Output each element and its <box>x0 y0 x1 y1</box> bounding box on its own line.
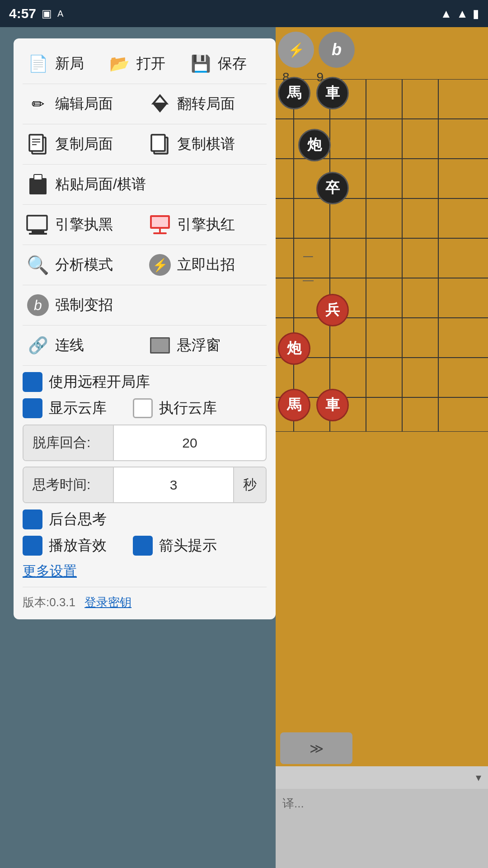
divider-6 <box>23 285 267 285</box>
save-icon: 💾 <box>189 52 212 75</box>
cloud-row: 显示云库 执行云库 <box>23 398 267 418</box>
paste-icon <box>26 173 50 196</box>
paste-label: 粘贴局面/棋谱 <box>55 175 146 194</box>
remote-library-label: 使用远程开局库 <box>49 372 150 392</box>
execute-cloud-checkbox[interactable] <box>133 398 153 418</box>
float-window-item[interactable]: 悬浮窗 <box>145 329 267 362</box>
svg-text:—: — <box>303 274 314 286</box>
piece-black-che[interactable]: 車 <box>316 77 349 109</box>
open-item[interactable]: 📂 打开 <box>104 47 185 80</box>
engine-red-item[interactable]: 引擎执红 <box>145 208 267 241</box>
top-right-buttons: ⚡ b <box>278 32 355 68</box>
battery-icon: ▮ <box>473 7 479 21</box>
svg-marker-18 <box>153 104 167 113</box>
copy-record-item[interactable]: 复制棋谱 <box>145 128 267 160</box>
edit-icon: ✏ <box>26 92 50 116</box>
open-label: 打开 <box>136 54 165 74</box>
divider-3 <box>23 164 267 165</box>
divider-8 <box>23 365 267 366</box>
text-icon: A <box>57 9 63 19</box>
menu-row-7: b 强制变招 <box>23 289 267 321</box>
piece-red-bing[interactable]: 兵 <box>316 294 349 326</box>
save-label: 保存 <box>218 54 247 74</box>
piece-red-che[interactable]: 車 <box>316 389 349 421</box>
save-item[interactable]: 💾 保存 <box>185 47 267 80</box>
divider-9 <box>23 587 267 587</box>
play-sound-checkbox[interactable] <box>23 536 42 556</box>
menu-row-8: 🔗 连线 悬浮窗 <box>23 329 267 362</box>
sound-arrow-row: 播放音效 箭头提示 <box>23 536 267 556</box>
svg-rect-26 <box>29 178 47 194</box>
edit-board-label: 编辑局面 <box>55 94 113 114</box>
instant-move-item[interactable]: ⚡ 立即出招 <box>145 249 267 281</box>
bg-think-checkbox[interactable] <box>23 509 42 529</box>
edit-board-item[interactable]: ✏ 编辑局面 <box>23 88 145 120</box>
out-of-library-label: 脱库回合: <box>23 425 114 460</box>
fast-forward-btn[interactable]: ≫ <box>280 732 352 764</box>
arrow-hint-label: 箭头提示 <box>159 536 217 556</box>
flip-board-label: 翻转局面 <box>177 94 235 114</box>
float-window-icon <box>148 334 172 357</box>
connect-icon: 🔗 <box>26 334 50 357</box>
forced-variation-item[interactable]: b 强制变招 <box>23 289 267 321</box>
play-sound-label: 播放音效 <box>49 536 107 556</box>
divider-7 <box>23 325 267 326</box>
think-time-row: 思考时间: 3 秒 <box>23 467 267 503</box>
menu-row-4: 粘贴局面/棋谱 <box>23 168 267 201</box>
show-cloud-checkbox[interactable] <box>23 398 42 418</box>
more-settings-link[interactable]: 更多设置 <box>23 562 267 580</box>
engine-black-icon <box>26 213 50 236</box>
paste-item[interactable]: 粘贴局面/棋谱 <box>23 168 267 201</box>
sim-icon: ▣ <box>42 7 52 20</box>
think-time-value[interactable]: 3 <box>114 469 233 501</box>
show-cloud-label: 显示云库 <box>49 398 107 418</box>
engine-black-item[interactable]: 引擎执黑 <box>23 208 145 241</box>
copy-board-label: 复制局面 <box>55 134 113 154</box>
new-game-icon: 📄 <box>26 52 50 75</box>
svg-rect-27 <box>34 175 42 180</box>
piece-red-pao[interactable]: 炮 <box>278 332 310 365</box>
svg-rect-30 <box>29 233 47 235</box>
piece-red-ma[interactable]: 馬 <box>278 389 310 421</box>
piece-black-pao[interactable]: 炮 <box>298 129 331 161</box>
svg-text:一: 一 <box>303 251 314 263</box>
copy-record-icon <box>148 132 172 156</box>
forced-variation-icon: b <box>26 293 50 317</box>
piece-black-ma[interactable]: 馬 <box>278 77 310 109</box>
dropdown-arrow[interactable]: ▾ <box>476 771 481 784</box>
connect-item[interactable]: 🔗 连线 <box>23 329 145 362</box>
remote-library-row: 使用远程开局库 <box>23 372 267 392</box>
dropdown-bar[interactable]: ▾ <box>276 766 488 789</box>
arrow-hint-checkbox[interactable] <box>133 536 153 556</box>
analysis-label: 分析模式 <box>55 255 113 275</box>
flip-board-item[interactable]: 翻转局面 <box>145 88 267 120</box>
analysis-item[interactable]: 🔍 分析模式 <box>23 249 145 281</box>
svg-rect-29 <box>32 230 44 233</box>
status-bar: 4:57 ▣ A ▲ ▲ ▮ <box>0 0 488 27</box>
svg-rect-20 <box>29 135 43 151</box>
piece-black-zu[interactable]: 卒 <box>316 172 349 204</box>
menu-row-6: 🔍 分析模式 ⚡ 立即出招 <box>23 249 267 281</box>
menu-panel: 📄 新局 📂 打开 💾 保存 ✏ 编辑局面 翻转局面 <box>14 38 276 619</box>
bottom-input-area: 译... <box>276 789 488 868</box>
b-button[interactable]: b <box>319 32 355 68</box>
version-label: 版本:0.3.1 <box>23 594 75 610</box>
svg-marker-17 <box>153 95 167 104</box>
menu-row-1: 📄 新局 📂 打开 💾 保存 <box>23 47 267 80</box>
forced-variation-label: 强制变招 <box>55 295 113 315</box>
svg-rect-25 <box>151 135 165 151</box>
remote-library-checkbox[interactable] <box>23 372 42 392</box>
version-bar: 版本:0.3.1 登录密钥 <box>23 594 267 610</box>
menu-row-2: ✏ 编辑局面 翻转局面 <box>23 88 267 120</box>
instant-move-label: 立即出招 <box>177 255 235 275</box>
lightning-button[interactable]: ⚡ <box>278 32 314 68</box>
menu-row-3: 复制局面 复制棋谱 <box>23 128 267 160</box>
login-key-link[interactable]: 登录密钥 <box>84 594 131 610</box>
out-of-library-value[interactable]: 20 <box>114 427 266 459</box>
engine-red-label: 引擎执红 <box>177 215 235 235</box>
think-time-label: 思考时间: <box>23 467 114 502</box>
new-game-item[interactable]: 📄 新局 <box>23 47 104 80</box>
think-time-unit: 秒 <box>233 467 266 502</box>
copy-board-item[interactable]: 复制局面 <box>23 128 145 160</box>
divider-1 <box>23 84 267 84</box>
